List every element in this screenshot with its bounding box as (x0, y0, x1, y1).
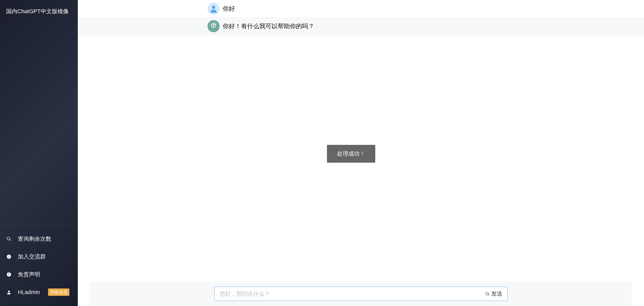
alert-icon (6, 272, 12, 277)
svg-point-8 (8, 290, 10, 292)
svg-line-12 (488, 295, 489, 296)
input-container: 发送 (214, 287, 508, 301)
app-title: 国内ChatGPT中文版镜像 (0, 0, 78, 23)
chat-area: 你好 你好！有什么我可以帮助你的吗？ (78, 0, 644, 282)
sidebar-menu: 查询剩余次数 加入交流群 免责声明 (0, 225, 78, 306)
send-icon (485, 291, 490, 296)
message-text: 你好 (223, 5, 235, 13)
sidebar-item-label: 加入交流群 (18, 253, 46, 261)
svg-point-4 (9, 255, 9, 256)
message-text: 你好！有什么我可以帮助你的吗？ (223, 22, 314, 30)
toast-notification: 处理成功！ (327, 145, 375, 163)
send-label: 发送 (491, 290, 502, 298)
svg-point-11 (486, 292, 489, 295)
svg-point-0 (7, 237, 10, 240)
chat-input[interactable] (220, 290, 485, 297)
send-button[interactable]: 发送 (485, 290, 502, 298)
user-greeting: Hi,admin (18, 289, 40, 296)
sidebar-item-label: 免责声明 (18, 271, 40, 278)
search-icon (6, 236, 12, 242)
upgrade-badge[interactable]: 升级会员 (48, 288, 69, 296)
input-area: 发送 (90, 282, 632, 306)
svg-line-1 (10, 240, 11, 241)
sidebar: 国内ChatGPT中文版镜像 查询剩余次数 加入交流群 (0, 0, 78, 306)
message-row-user: 你好 (78, 0, 644, 17)
sidebar-spacer (0, 23, 78, 225)
sidebar-item-disclaimer[interactable]: 免责声明 (0, 266, 78, 283)
user-avatar (207, 3, 220, 15)
user-icon (6, 289, 12, 295)
svg-rect-3 (9, 256, 9, 258)
message-row-assistant: 你好！有什么我可以帮助你的吗？ (78, 17, 644, 35)
sidebar-item-user[interactable]: Hi,admin 升级会员 (0, 283, 78, 301)
info-icon (6, 254, 12, 259)
svg-rect-6 (9, 273, 9, 275)
sidebar-item-group[interactable]: 加入交流群 (0, 248, 78, 266)
ai-avatar (207, 20, 220, 32)
svg-point-7 (9, 275, 9, 276)
svg-point-9 (212, 6, 215, 9)
sidebar-item-label: 查询剩余次数 (18, 235, 51, 243)
sidebar-item-query[interactable]: 查询剩余次数 (0, 230, 78, 248)
main-area: 你好 你好！有什么我可以帮助你的吗？ 处理成功！ (78, 0, 644, 306)
